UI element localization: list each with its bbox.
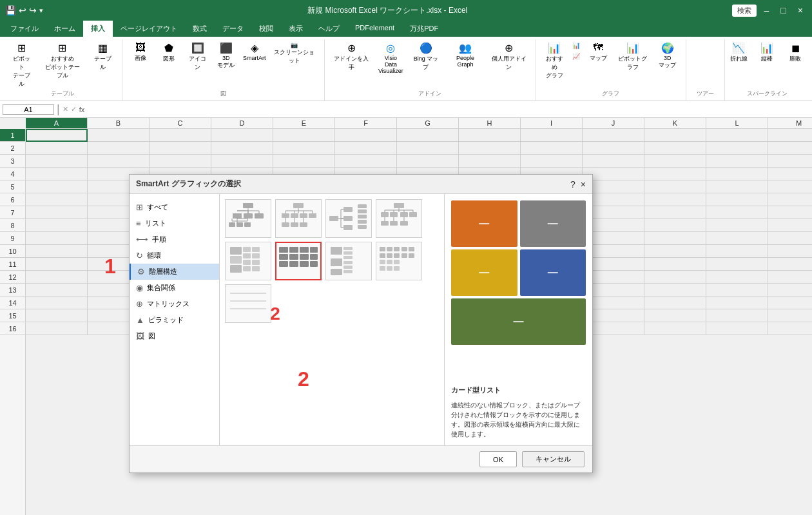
cell-h3[interactable] bbox=[459, 155, 521, 168]
smartart-item-5[interactable] bbox=[225, 242, 271, 280]
smartart-btn[interactable]: ◈ SmartArt bbox=[242, 41, 267, 63]
cell-a16[interactable] bbox=[26, 322, 88, 335]
cell-a13[interactable] bbox=[26, 284, 88, 296]
cell-a15[interactable] bbox=[26, 309, 88, 322]
cell-e1[interactable] bbox=[273, 129, 335, 142]
col-header-l[interactable]: L bbox=[706, 118, 768, 128]
cell-i2[interactable] bbox=[521, 142, 583, 155]
cell-k13[interactable] bbox=[644, 284, 706, 296]
cell-l5[interactable] bbox=[706, 180, 768, 193]
cell-l7[interactable] bbox=[706, 206, 768, 219]
cell-d1[interactable] bbox=[211, 129, 273, 142]
cell-a9[interactable] bbox=[26, 232, 88, 245]
cell-a10[interactable] bbox=[26, 245, 88, 258]
cell-l1[interactable] bbox=[706, 129, 768, 142]
cell-k15[interactable] bbox=[644, 309, 706, 322]
tab-help[interactable]: ヘルプ bbox=[311, 21, 347, 37]
smartart-item-9[interactable] bbox=[225, 284, 271, 323]
col-header-d[interactable]: D bbox=[211, 118, 273, 128]
sidebar-item-list[interactable]: ≡ リスト bbox=[130, 215, 219, 231]
sidebar-item-hierarchy[interactable]: ⚙ 階層構造 bbox=[130, 264, 219, 280]
col-header-f[interactable]: F bbox=[335, 118, 397, 128]
sidebar-item-all[interactable]: ⊞ すべて bbox=[130, 199, 219, 215]
cell-f1[interactable] bbox=[335, 129, 397, 142]
row-header-1[interactable]: 1 bbox=[0, 129, 25, 142]
save-icon[interactable]: 💾 bbox=[5, 5, 16, 15]
cell-k10[interactable] bbox=[644, 245, 706, 258]
cell-e3[interactable] bbox=[273, 155, 335, 168]
cell-c1[interactable] bbox=[150, 129, 211, 142]
col-header-h[interactable]: H bbox=[459, 118, 521, 128]
cell-a7[interactable] bbox=[26, 206, 88, 219]
cell-b2[interactable] bbox=[88, 142, 150, 155]
smartart-item-6[interactable] bbox=[275, 242, 322, 280]
cell-g2[interactable] bbox=[397, 142, 459, 155]
cell-g1[interactable] bbox=[397, 129, 459, 142]
cell-m10[interactable] bbox=[768, 245, 812, 258]
row-header-13[interactable]: 13 bbox=[0, 284, 25, 296]
cell-l16[interactable] bbox=[706, 322, 768, 335]
minimize-btn[interactable]: – bbox=[760, 4, 773, 17]
cell-l15[interactable] bbox=[706, 309, 768, 322]
recommend-chart-btn[interactable]: 📊 おすすめグラフ bbox=[541, 41, 567, 81]
col-header-m[interactable]: M bbox=[768, 118, 812, 128]
cell-a3[interactable] bbox=[26, 155, 88, 168]
row-header-14[interactable]: 14 bbox=[0, 296, 25, 309]
screenshot-btn[interactable]: 📷 スクリーンショット bbox=[270, 41, 319, 66]
bing-map-btn[interactable]: 🔵 Bing マップ bbox=[409, 41, 443, 73]
row-header-11[interactable]: 11 bbox=[0, 258, 25, 271]
row-header-16[interactable]: 16 bbox=[0, 322, 25, 335]
cell-m12[interactable] bbox=[768, 271, 812, 284]
tab-insert[interactable]: 挿入 bbox=[83, 21, 113, 37]
cell-k4[interactable] bbox=[644, 168, 706, 180]
row-header-5[interactable]: 5 bbox=[0, 180, 25, 193]
cell-k2[interactable] bbox=[644, 142, 706, 155]
smartart-item-1[interactable] bbox=[225, 199, 271, 238]
cancel-button[interactable]: キャンセル bbox=[522, 451, 585, 467]
icon-btn[interactable]: 🔲 アイコン bbox=[184, 41, 210, 73]
cell-m6[interactable] bbox=[768, 193, 812, 206]
cell-a5[interactable] bbox=[26, 180, 88, 193]
row-header-8[interactable]: 8 bbox=[0, 219, 25, 232]
smartart-item-7[interactable] bbox=[325, 242, 372, 280]
cell-l3[interactable] bbox=[706, 155, 768, 168]
cell-k1[interactable] bbox=[644, 129, 706, 142]
cell-k12[interactable] bbox=[644, 271, 706, 284]
cell-l4[interactable] bbox=[706, 168, 768, 180]
row-header-9[interactable]: 9 bbox=[0, 232, 25, 245]
cell-m2[interactable] bbox=[768, 142, 812, 155]
cell-k8[interactable] bbox=[644, 219, 706, 232]
smartart-item-2[interactable] bbox=[275, 199, 322, 238]
cell-j1[interactable] bbox=[583, 129, 644, 142]
sidebar-item-relationship[interactable]: ◉ 集合関係 bbox=[130, 280, 219, 296]
cell-m3[interactable] bbox=[768, 155, 812, 168]
cell-m4[interactable] bbox=[768, 168, 812, 180]
insert-function-icon[interactable]: fx bbox=[79, 106, 85, 113]
sidebar-item-matrix[interactable]: ⊕ マトリックス bbox=[130, 296, 219, 312]
customize-icon[interactable]: ▾ bbox=[39, 6, 43, 15]
sidebar-item-picture[interactable]: 🖼 図 bbox=[130, 328, 219, 344]
cell-a1[interactable] bbox=[26, 129, 88, 142]
cell-f2[interactable] bbox=[335, 142, 397, 155]
win-loss-sparkline-btn[interactable]: ◼ 勝敗 bbox=[782, 41, 808, 64]
col-header-b[interactable]: B bbox=[88, 118, 150, 128]
3d-map-btn[interactable]: 🌍 3Dマップ bbox=[655, 41, 681, 71]
cell-b3[interactable] bbox=[88, 155, 150, 168]
people-graph-btn[interactable]: 👥 People Graph bbox=[446, 41, 485, 69]
smartart-item-8[interactable] bbox=[376, 242, 422, 280]
redo-icon[interactable]: ↪ bbox=[29, 5, 37, 15]
col-header-a[interactable]: A bbox=[26, 118, 88, 128]
cell-k7[interactable] bbox=[644, 206, 706, 219]
cell-m15[interactable] bbox=[768, 309, 812, 322]
tab-formulas[interactable]: 数式 bbox=[185, 21, 215, 37]
col-header-k[interactable]: K bbox=[644, 118, 706, 128]
cell-j2[interactable] bbox=[583, 142, 644, 155]
cell-m5[interactable] bbox=[768, 180, 812, 193]
close-btn[interactable]: × bbox=[794, 4, 807, 17]
ok-button[interactable]: OK bbox=[479, 451, 517, 467]
col-header-j[interactable]: J bbox=[583, 118, 644, 128]
column-sparkline-btn[interactable]: 📊 縦棒 bbox=[754, 41, 780, 64]
formula-input[interactable] bbox=[87, 105, 809, 114]
cell-l2[interactable] bbox=[706, 142, 768, 155]
undo-icon[interactable]: ↩ bbox=[19, 5, 26, 15]
